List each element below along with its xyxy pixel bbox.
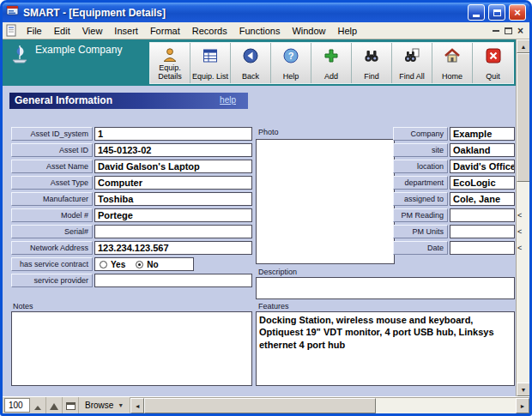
department-input[interactable]: EcoLogic xyxy=(450,176,515,190)
location-input[interactable]: David's Office xyxy=(450,160,515,173)
toolbar: Example Company Equip. Details Equip. Li… xyxy=(3,39,529,86)
department-label: department xyxy=(393,176,448,190)
help-label: Help xyxy=(283,73,299,83)
description-input[interactable] xyxy=(256,277,515,299)
help-link[interactable]: help xyxy=(220,95,236,105)
assigned-to-label: assigned to xyxy=(393,192,448,206)
model-number-input[interactable]: Portege xyxy=(94,208,252,222)
window-title: SMART - [Equipment Details] xyxy=(23,7,464,19)
features-text: Docking Station, wireless mouse and keyb… xyxy=(257,312,514,353)
service-contract-label: has service contract xyxy=(11,257,93,271)
mode-label: Browse xyxy=(85,401,113,410)
asset-name-input[interactable]: David Galson's Laptop xyxy=(94,160,252,173)
scroll-right-icon[interactable]: ► xyxy=(516,398,529,413)
section-title: General Information xyxy=(15,94,112,106)
app-icon xyxy=(6,4,20,21)
asset-name-label: Asset Name xyxy=(11,160,93,173)
menu-item-edit[interactable]: Edit xyxy=(48,24,76,38)
horizontal-scrollbar[interactable]: ◄ ► xyxy=(130,397,529,413)
network-address-label: Network Address xyxy=(11,241,93,255)
equip-details-icon xyxy=(161,45,178,64)
equip-details-button[interactable]: Equip. Details xyxy=(150,43,190,83)
service-provider-input[interactable] xyxy=(94,274,252,287)
asset-id-system-input[interactable]: 1 xyxy=(94,127,252,141)
assigned-to-input[interactable]: Cole, Jane xyxy=(450,192,515,206)
mdi-close-button[interactable]: × xyxy=(517,26,523,36)
help-icon: ? xyxy=(282,45,299,65)
equip-details-label: Equip. Details xyxy=(150,64,190,83)
home-label: Home xyxy=(442,73,462,83)
asset-id-input[interactable]: 145-0123-02 xyxy=(94,143,252,157)
minimize-button[interactable] xyxy=(468,4,485,21)
zoom-out-icon[interactable] xyxy=(30,397,46,413)
service-contract-yes-radio[interactable] xyxy=(100,261,107,268)
help-button[interactable]: ? Help xyxy=(271,43,311,83)
site-label: site xyxy=(393,143,448,157)
notes-label: Notes xyxy=(13,302,33,310)
title-bar: SMART - [Equipment Details] × xyxy=(3,3,529,22)
date-merge-indicator: < xyxy=(517,244,522,252)
quit-button[interactable]: Quit xyxy=(473,43,513,83)
model-number-label: Model # xyxy=(11,208,93,222)
close-button[interactable]: × xyxy=(509,4,526,21)
chevron-down-icon: ▼ xyxy=(118,402,124,408)
notes-input[interactable] xyxy=(11,311,252,386)
restore-button[interactable] xyxy=(488,4,505,21)
date-input[interactable] xyxy=(450,241,515,255)
asset-type-label: Asset Type xyxy=(11,176,93,190)
menu-item-records[interactable]: Records xyxy=(186,24,233,38)
asset-type-input[interactable]: Computer xyxy=(94,176,252,190)
equip-list-label: Equip. List xyxy=(192,73,228,83)
menu-item-view[interactable]: View xyxy=(76,24,109,38)
svg-text:?: ? xyxy=(288,51,294,61)
back-button[interactable]: Back xyxy=(231,43,271,83)
status-bar: 100 Browse ▼ ◄ ► xyxy=(3,396,529,413)
find-button[interactable]: Find xyxy=(352,43,392,83)
horizontal-scrollbar-thumb[interactable] xyxy=(144,398,376,413)
pm-reading-merge-indicator: < xyxy=(517,211,522,220)
photo-box[interactable] xyxy=(256,139,395,264)
menu-item-window[interactable]: Window xyxy=(286,24,331,38)
find-all-button[interactable]: Find All xyxy=(392,43,432,83)
vertical-scrollbar-thumb[interactable] xyxy=(517,53,529,182)
scroll-down-icon[interactable]: ▼ xyxy=(517,383,529,396)
menu-item-file[interactable]: File xyxy=(21,24,48,38)
menu-item-insert[interactable]: Insert xyxy=(108,24,144,38)
pm-units-input[interactable] xyxy=(450,225,515,238)
status-area-toggle-icon[interactable] xyxy=(63,397,79,413)
manufacturer-input[interactable]: Toshiba xyxy=(94,192,252,206)
features-input[interactable]: Docking Station, wireless mouse and keyb… xyxy=(256,311,515,386)
network-address-input[interactable]: 123.234.123.567 xyxy=(94,241,252,255)
menu-item-functions[interactable]: Functions xyxy=(233,24,287,38)
pm-reading-label: PM Reading xyxy=(393,208,448,222)
description-label: Description xyxy=(258,268,297,276)
add-button[interactable]: Add xyxy=(311,43,352,83)
mdi-restore-button[interactable] xyxy=(505,27,512,34)
mdi-minimize-button[interactable] xyxy=(493,30,499,32)
serial-number-input[interactable] xyxy=(94,225,252,238)
scroll-up-icon[interactable]: ▲ xyxy=(517,39,529,53)
back-label: Back xyxy=(242,73,259,83)
company-label: Company xyxy=(393,127,448,141)
zoom-level[interactable]: 100 xyxy=(4,398,30,413)
service-contract-no-radio[interactable] xyxy=(136,261,143,268)
app-window: SMART - [Equipment Details] × File Edit … xyxy=(0,0,532,416)
menu-item-help[interactable]: Help xyxy=(332,24,364,38)
zoom-in-icon[interactable] xyxy=(46,397,63,413)
quit-icon xyxy=(485,45,502,65)
site-input[interactable]: Oakland xyxy=(450,143,515,157)
mdi-window-controls: × xyxy=(493,26,527,36)
toolbar-button-group: Equip. Details Equip. List Back ? xyxy=(149,42,514,84)
location-label: location xyxy=(393,160,448,173)
pm-reading-input[interactable] xyxy=(450,208,515,222)
mode-selector[interactable]: Browse ▼ xyxy=(79,397,130,413)
section-header: General Information help xyxy=(9,93,248,109)
home-button[interactable]: Home xyxy=(432,43,473,83)
equip-list-button[interactable]: Equip. List xyxy=(190,43,231,83)
document-icon xyxy=(5,24,18,37)
company-input[interactable]: Example xyxy=(450,127,515,141)
scroll-left-icon[interactable]: ◄ xyxy=(130,398,144,413)
menu-item-format[interactable]: Format xyxy=(144,24,186,38)
company-name: Example Company xyxy=(35,44,122,56)
date-label: Date xyxy=(393,241,448,255)
